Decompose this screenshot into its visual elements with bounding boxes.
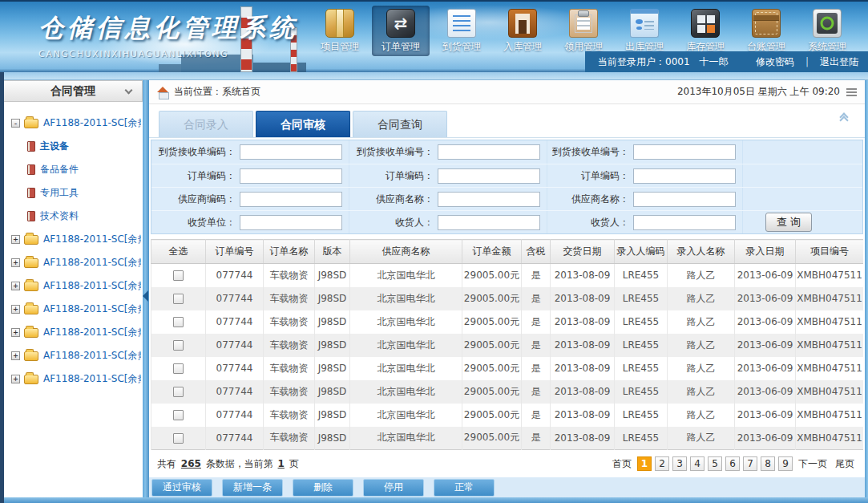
pagination-page-2[interactable]: 2: [655, 456, 669, 471]
tree-node[interactable]: +AF1188-2011-SC[余热锅炉: [6, 274, 141, 298]
row-checkbox[interactable]: [173, 433, 184, 444]
pagination-first[interactable]: 首页: [610, 457, 634, 471]
tree-node-label[interactable]: AF1188-2011-SC[余热: [43, 372, 141, 386]
search-input[interactable]: [438, 215, 540, 230]
collapse-node-icon[interactable]: -: [11, 119, 20, 128]
row-checkbox[interactable]: [173, 294, 184, 304]
search-input[interactable]: [438, 168, 540, 184]
row-checkbox[interactable]: [173, 270, 184, 281]
pagination-page-6[interactable]: 6: [725, 456, 740, 471]
expand-node-icon[interactable]: +: [11, 351, 20, 360]
nav-item-sync[interactable]: 订单管理: [372, 6, 430, 56]
cell-tax_included: 是: [522, 404, 551, 427]
tree-node-label[interactable]: AF1188-2011-SC[余热锅炉: [43, 256, 141, 270]
nav-item-clipboard[interactable]: 领用管理: [555, 6, 612, 56]
folder-icon: [24, 282, 38, 291]
nav-item-idcard[interactable]: 出库管理: [616, 6, 673, 56]
field-label: 到货接收单编号：: [547, 145, 633, 159]
tree-node[interactable]: 备品备件: [6, 158, 141, 181]
expand-node-icon[interactable]: +: [11, 282, 20, 290]
tree-node-label[interactable]: AF1188-2011-SC[余热: [43, 349, 141, 363]
tree-node-label[interactable]: AF1188-2011-SC[余热锅炉: [43, 279, 141, 293]
tree-node-label[interactable]: 技术资料: [40, 209, 79, 223]
tree-node[interactable]: -AF1188-2011-SC[余热锅炉岛: [6, 112, 141, 135]
row-checkbox[interactable]: [173, 340, 184, 351]
search-input[interactable]: [240, 168, 342, 184]
sidebar-header[interactable]: 合同管理: [4, 80, 143, 102]
search-input[interactable]: [438, 144, 540, 160]
nav-item-list[interactable]: 到货管理: [433, 6, 491, 56]
action-button-停用[interactable]: 停用: [363, 479, 424, 497]
expand-node-icon[interactable]: +: [11, 328, 20, 337]
expand-node-icon[interactable]: +: [11, 305, 20, 314]
search-input[interactable]: [240, 144, 342, 160]
logout-link[interactable]: 退出登陆: [820, 55, 858, 69]
change-password-link[interactable]: 修改密码: [756, 55, 794, 69]
cell-entry_date: 2013-06-09: [735, 264, 796, 287]
search-input[interactable]: [633, 144, 736, 160]
action-button-删除[interactable]: 删除: [293, 479, 353, 497]
action-button-通过审核[interactable]: 通过审核: [151, 479, 212, 497]
tab-合同查询[interactable]: 合同查询: [353, 111, 447, 137]
tree-node-label[interactable]: AF1188-2011-SC[余热锅炉: [43, 233, 141, 246]
query-button[interactable]: 查 询: [765, 213, 812, 232]
pagination-page-3[interactable]: 3: [672, 456, 687, 471]
nav-item-gear[interactable]: 系统管理: [798, 6, 856, 56]
tree-node[interactable]: 技术资料: [6, 205, 141, 228]
nav-item-wallet[interactable]: 台账管理: [737, 6, 795, 56]
row-checkbox[interactable]: [173, 387, 184, 397]
expand-node-icon[interactable]: +: [11, 258, 20, 267]
search-input[interactable]: [633, 192, 736, 207]
tree-node[interactable]: +AF1188-2011-SC[余热锅: [6, 298, 141, 321]
search-input[interactable]: [438, 192, 540, 207]
nav-item-grid[interactable]: 库存管理: [676, 6, 734, 56]
action-button-新增一条[interactable]: 新增一条: [222, 479, 283, 497]
pagination-page-9[interactable]: 9: [778, 456, 793, 471]
pagination-page-1[interactable]: 1: [637, 456, 652, 471]
expand-node-icon[interactable]: +: [11, 375, 20, 383]
tree-node-label[interactable]: 主设备: [40, 140, 69, 153]
search-input[interactable]: [633, 215, 736, 230]
pagination-page-8[interactable]: 8: [761, 456, 775, 471]
tab-合同录入[interactable]: 合同录入: [159, 111, 253, 137]
sidebar-splitter[interactable]: [143, 80, 149, 497]
wallet-icon: [752, 9, 781, 38]
tree-node-label[interactable]: 备品备件: [40, 163, 79, 176]
pagination-page-5[interactable]: 5: [708, 456, 722, 471]
pagination-next[interactable]: 下一页: [796, 457, 830, 471]
tree-node[interactable]: +AF1188-2011-SC[余热锅炉: [6, 228, 141, 251]
datetime-text: 2013年10月05日 星期六 上午 09:20: [677, 85, 840, 99]
menu-lines-icon[interactable]: [846, 88, 857, 96]
search-input[interactable]: [240, 215, 342, 230]
home-icon: [157, 87, 169, 98]
row-checkbox[interactable]: [173, 317, 184, 327]
tree-node[interactable]: +AF1188-2011-SC[余热锅: [6, 321, 141, 344]
row-checkbox[interactable]: [173, 363, 184, 374]
tree-node[interactable]: +AF1188-2011-SC[余热: [6, 367, 141, 391]
collapse-panel-icon[interactable]: [839, 117, 849, 124]
cell-supplier: 北京国电华北: [350, 264, 462, 287]
pagination-page-4[interactable]: 4: [690, 456, 704, 471]
tab-合同审核[interactable]: 合同审核: [256, 111, 350, 137]
tree-node[interactable]: +AF1188-2011-SC[余热: [6, 344, 141, 367]
expand-node-icon[interactable]: +: [11, 235, 20, 244]
collapse-sidebar-arrow-icon[interactable]: [143, 290, 148, 302]
tree-node[interactable]: 主设备: [6, 135, 141, 158]
cell-entry_date: 2013-06-09: [735, 287, 796, 310]
search-input[interactable]: [633, 168, 736, 184]
tree-node-label[interactable]: AF1188-2011-SC[余热锅: [43, 302, 141, 316]
field-label: 订单编码：: [349, 169, 438, 183]
tree-node-label[interactable]: AF1188-2011-SC[余热锅炉岛: [43, 116, 141, 130]
action-button-正常[interactable]: 正常: [434, 479, 495, 497]
nav-item-package[interactable]: 项目管理: [311, 6, 369, 56]
tree-node-label[interactable]: 专用工具: [40, 186, 79, 200]
nav-item-door[interactable]: 入库管理: [494, 6, 551, 56]
tree-node-label[interactable]: AF1188-2011-SC[余热锅: [43, 326, 141, 339]
pagination-page-7[interactable]: 7: [743, 456, 757, 471]
tree-node[interactable]: +AF1188-2011-SC[余热锅炉: [6, 251, 141, 274]
search-input[interactable]: [240, 192, 342, 207]
cell-entry_user_name: 路人乙: [668, 404, 735, 427]
row-checkbox[interactable]: [173, 410, 184, 420]
tree-node[interactable]: 专用工具: [6, 181, 141, 205]
pagination-last[interactable]: 尾页: [833, 457, 857, 471]
